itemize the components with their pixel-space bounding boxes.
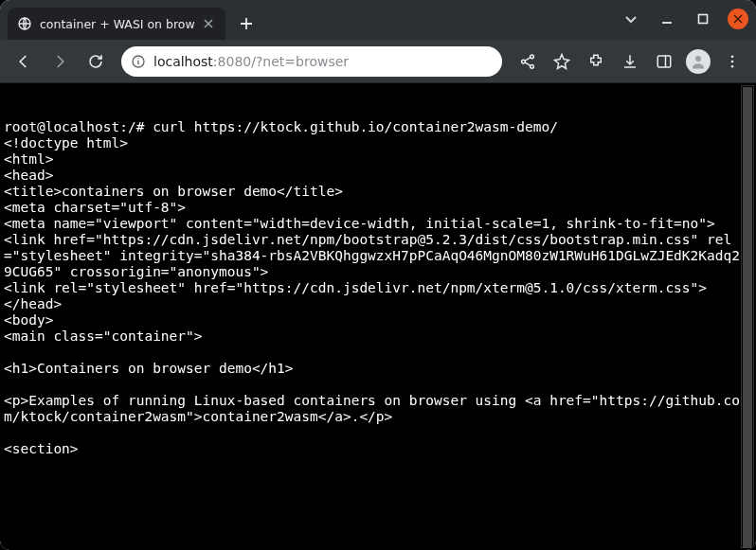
browser-window: container + WASI on brow [0, 0, 756, 550]
terminal-line: root@localhost:/# curl https://ktock.git… [4, 119, 752, 135]
terminal-scrollbar[interactable] [741, 85, 754, 548]
titlebar: container + WASI on brow [0, 0, 756, 40]
url-text: localhost:8080/?net=browser [153, 54, 349, 69]
window-controls [620, 8, 748, 30]
terminal-line: <section> [4, 441, 752, 457]
terminal-line: <main class="container"> [4, 328, 752, 345]
site-info-icon[interactable] [131, 54, 146, 69]
bookmark-button[interactable] [546, 45, 578, 78]
browser-tab[interactable]: container + WASI on brow [8, 8, 225, 40]
terminal-line: <meta name="viewport" content="width=dev… [4, 216, 752, 232]
svg-point-13 [731, 64, 734, 67]
terminal[interactable]: root@localhost:/# curl https://ktock.git… [0, 83, 756, 550]
terminal-line: <!doctype html> [4, 135, 752, 151]
avatar-icon [686, 49, 711, 74]
svg-point-10 [695, 56, 701, 62]
nav-forward-button[interactable] [44, 45, 76, 78]
url-host: localhost [153, 54, 213, 69]
kebab-menu-button[interactable] [716, 45, 748, 78]
terminal-line [4, 345, 752, 361]
terminal-line: <link href="https://cdn.jsdelivr.net/npm… [4, 232, 752, 280]
svg-point-6 [522, 60, 526, 63]
svg-point-7 [531, 64, 534, 68]
sidepanel-button[interactable] [648, 45, 680, 78]
profile-button[interactable] [682, 45, 714, 78]
share-button[interactable] [512, 45, 544, 78]
window-close-button[interactable] [728, 9, 748, 29]
nav-reload-button[interactable] [80, 45, 112, 78]
terminal-line [4, 425, 752, 441]
address-bar[interactable]: localhost:8080/?net=browser [121, 46, 502, 77]
tab-title: container + WASI on brow [40, 17, 195, 31]
toolbar-actions [512, 45, 748, 78]
terminal-line: <head> [4, 168, 752, 184]
tab-close-button[interactable] [201, 16, 216, 31]
nav-toolbar: localhost:8080/?net=browser [0, 40, 756, 83]
window-maximize-button[interactable] [692, 8, 714, 30]
terminal-line [4, 377, 752, 393]
globe-icon [17, 16, 32, 31]
terminal-line: <link rel="stylesheet" href="https://cdn… [4, 280, 752, 296]
svg-point-11 [731, 55, 734, 58]
terminal-line: <p>Examples of running Linux-based conta… [4, 393, 752, 425]
downloads-button[interactable] [614, 45, 646, 78]
svg-rect-8 [657, 56, 671, 67]
chevron-down-icon[interactable] [620, 8, 642, 30]
svg-rect-1 [699, 15, 708, 24]
terminal-line: <body> [4, 312, 752, 328]
window-minimize-button[interactable] [656, 8, 678, 30]
terminal-line: <title>containers on browser demo</title… [4, 184, 752, 200]
page-content: root@localhost:/# curl https://ktock.git… [0, 83, 756, 550]
terminal-line: <meta charset="utf-8"> [4, 200, 752, 216]
svg-point-5 [531, 54, 534, 58]
scrollbar-thumb[interactable] [743, 87, 752, 548]
terminal-line: </head> [4, 296, 752, 312]
new-tab-button[interactable] [233, 10, 260, 37]
terminal-line: <h1>Containers on browser demo</h1> [4, 361, 752, 377]
terminal-line: <html> [4, 151, 752, 168]
svg-point-4 [137, 58, 138, 59]
nav-back-button[interactable] [8, 45, 40, 78]
url-rest: :8080/?net=browser [213, 54, 349, 69]
extensions-button[interactable] [580, 45, 612, 78]
svg-point-12 [731, 60, 734, 62]
